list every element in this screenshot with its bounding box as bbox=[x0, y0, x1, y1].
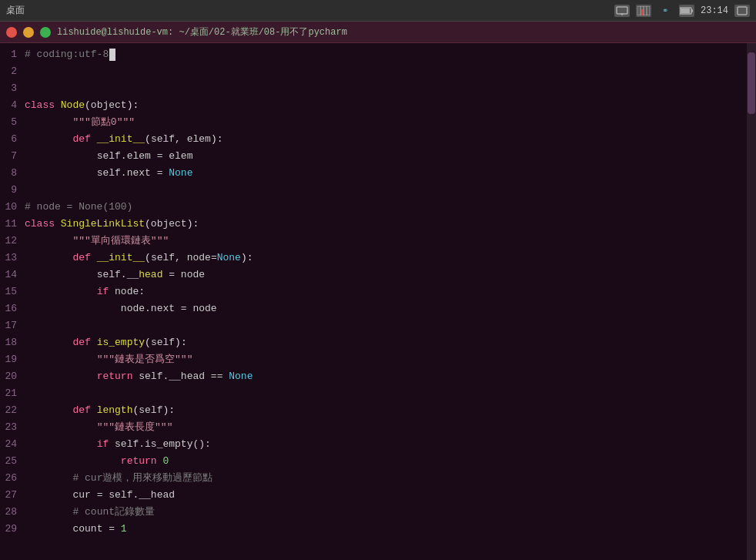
line-12: 12 """單向循環鏈表""" bbox=[0, 233, 747, 250]
bluetooth-icon: ⚭ bbox=[657, 5, 673, 17]
line-5: 5 """節點0""" bbox=[0, 114, 747, 131]
terminal-titlebar: lishuide@lishuide-vm: ~/桌面/02-就業班/08-用不了… bbox=[0, 22, 756, 43]
line-22: 22 def length(self): bbox=[0, 402, 747, 419]
svg-rect-10 bbox=[681, 8, 690, 13]
svg-rect-0 bbox=[617, 7, 627, 14]
battery-icon bbox=[679, 5, 694, 17]
line-24: 24 if self.is_empty(): bbox=[0, 436, 747, 453]
line-28: 28 # count記錄數量 bbox=[0, 504, 747, 521]
system-bar-right: ⚭ 23:14 bbox=[614, 5, 750, 17]
maximize-button[interactable] bbox=[40, 27, 51, 38]
svg-rect-9 bbox=[691, 9, 693, 12]
system-bar-left: 桌面 bbox=[6, 4, 25, 17]
desktop-label: 桌面 bbox=[6, 4, 25, 17]
line-15: 15 if node: bbox=[0, 283, 747, 300]
line-23: 23 """鏈表長度""" bbox=[0, 419, 747, 436]
scrollbar-thumb[interactable] bbox=[748, 52, 755, 114]
minimize-button[interactable] bbox=[23, 27, 34, 38]
line-13: 13 def __init__(self, node=None): bbox=[0, 250, 747, 267]
line-26: 26 # cur遊模，用來移動過歷節點 bbox=[0, 470, 747, 487]
line-7: 7 self.elem = elem bbox=[0, 148, 747, 165]
code-editor: 1 # coding:utf-8 2 3 4 class Node(object… bbox=[0, 43, 756, 560]
line-19: 19 """鏈表是否爲空""" bbox=[0, 351, 747, 368]
line-11: 11 class SingleLinkList(object): bbox=[0, 216, 747, 233]
line-27: 27 cur = self.__head bbox=[0, 487, 747, 504]
power-icon bbox=[734, 5, 750, 17]
line-16: 16 node.next = node bbox=[0, 300, 747, 317]
line-4: 4 class Node(object): bbox=[0, 97, 747, 114]
svg-rect-11 bbox=[738, 7, 747, 15]
line-9: 9 bbox=[0, 182, 747, 199]
close-button[interactable] bbox=[6, 27, 17, 38]
line-10: 10 # node = None(100) bbox=[0, 199, 747, 216]
line-17: 17 bbox=[0, 317, 747, 334]
network-icon bbox=[636, 5, 651, 17]
line-21: 21 bbox=[0, 385, 747, 402]
clock: 23:14 bbox=[701, 5, 728, 16]
line-1: 1 # coding:utf-8 bbox=[0, 46, 747, 63]
line-29: 29 count = 1 bbox=[0, 521, 747, 538]
line-8: 8 self.next = None bbox=[0, 165, 747, 182]
code-content[interactable]: 1 # coding:utf-8 2 3 4 class Node(object… bbox=[0, 43, 756, 560]
line-6: 6 def __init__(self, elem): bbox=[0, 131, 747, 148]
scrollbar[interactable] bbox=[747, 43, 756, 560]
system-bar: 桌面 ⚭ 23:14 bbox=[0, 0, 756, 22]
line-2: 2 bbox=[0, 63, 747, 80]
line-14: 14 self.__head = node bbox=[0, 267, 747, 283]
display-icon bbox=[614, 5, 630, 17]
terminal-title: lishuide@lishuide-vm: ~/桌面/02-就業班/08-用不了… bbox=[57, 25, 347, 39]
line-3: 3 bbox=[0, 80, 747, 97]
line-25: 25 return 0 bbox=[0, 453, 747, 470]
line-18: 18 def is_empty(self): bbox=[0, 334, 747, 351]
svg-rect-7 bbox=[641, 9, 643, 15]
line-20: 20 return self.__head == None bbox=[0, 368, 747, 385]
